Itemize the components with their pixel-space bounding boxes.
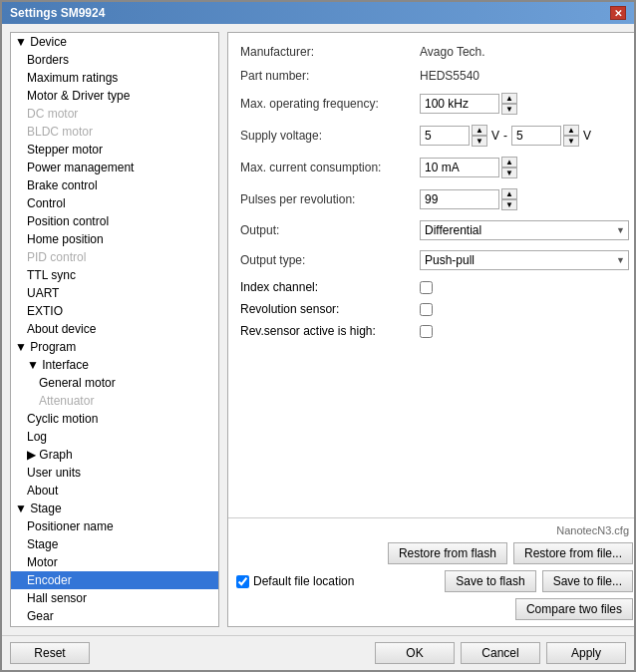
tree-item-attenuator[interactable]: Attenuator [11,392,218,410]
max-freq-down[interactable]: ▼ [501,104,517,115]
tree-item-dc-motor[interactable]: DC motor [11,105,218,123]
compare-two-files-button[interactable]: Compare two files [515,598,633,620]
tree-item-log[interactable]: Log [11,428,218,446]
tree-item-label: ▼ Device [15,35,67,49]
voltage-input2[interactable] [511,126,561,146]
tree-item-general-motor[interactable]: General motor [11,374,218,392]
tree-item-motor[interactable]: Motor [11,553,218,571]
tree-item-label: Position control [27,214,109,228]
supply-voltage-label: Supply voltage: [240,129,420,143]
tree-item-about[interactable]: About [11,482,218,500]
output-type-select[interactable]: Push-pull Open-collector [420,250,629,270]
save-to-file-button[interactable]: Save to file... [542,570,633,592]
save-to-flash-button[interactable]: Save to flash [445,570,535,592]
pulses-down[interactable]: ▼ [501,199,517,210]
tree-item-label: Hall sensor [27,591,87,605]
tree-item-label: About [27,484,58,498]
tree-item-label: Control [27,196,66,210]
tree-item-stage-item[interactable]: Stage [11,535,218,553]
footer: Reset OK Cancel Apply [2,635,634,670]
max-current-spin: ▲ ▼ [420,157,517,178]
default-file-row: Default file location [236,574,354,588]
pulses-input[interactable] [420,189,499,209]
tree-item-position-control[interactable]: Position control [11,212,218,230]
max-freq-spin: ▲ ▼ [420,93,517,115]
pulses-up[interactable]: ▲ [501,188,517,199]
tree-item-positioner-name[interactable]: Positioner name [11,517,218,535]
tree-item-motor-driver-type[interactable]: Motor & Driver type [11,87,218,105]
tree-item-gear[interactable]: Gear [11,607,218,625]
index-channel-row: Index channel: [240,280,629,294]
max-freq-spin-buttons: ▲ ▼ [501,93,517,115]
voltage-down1[interactable]: ▼ [472,136,487,147]
tree-item-label: ▼ Stage [15,502,62,515]
revolution-sensor-checkbox[interactable] [420,303,433,316]
tree-item-stage[interactable]: ▼ Stage [11,500,218,517]
tree-item-program[interactable]: ▼ Program [11,338,218,356]
voltage-input1[interactable] [420,126,470,146]
tree-item-accessories[interactable]: Accessories [11,625,218,627]
max-freq-row: Max. operating frequency: ▲ ▼ [240,93,629,115]
revolution-sensor-row: Revolution sensor: [240,302,629,316]
rev-sensor-active-checkbox[interactable] [420,325,433,338]
voltage-unit2: V [583,129,591,143]
tree-item-label: Log [27,430,47,444]
tree-item-label: Stage [27,537,58,551]
max-freq-label: Max. operating frequency: [240,97,420,111]
tree-item-label: UART [27,286,59,300]
voltage-up1[interactable]: ▲ [472,125,487,136]
part-number-value: HEDS5540 [420,69,629,83]
default-file-label: Default file location [253,574,354,588]
output-row: Output: Differential Single-ended [240,220,629,240]
tree-item-about-device[interactable]: About device [11,320,218,338]
close-button[interactable]: ✕ [610,6,626,20]
max-current-input[interactable] [420,158,499,177]
max-freq-input[interactable] [420,94,499,114]
voltage-up2[interactable]: ▲ [563,125,579,136]
filename-label: NanotecN3.cfg [236,524,633,536]
tree-item-home-position[interactable]: Home position [11,230,218,248]
tree-item-power-management[interactable]: Power management [11,159,218,176]
pulses-label: Pulses per revolution: [240,192,420,206]
tree-item-user-units[interactable]: User units [11,464,218,482]
max-current-label: Max. current consumption: [240,161,420,174]
tree-item-encoder[interactable]: Encoder [11,571,218,589]
tree-item-brake-control[interactable]: Brake control [11,176,218,194]
tree-item-maximum-ratings[interactable]: Maximum ratings [11,69,218,87]
voltage-down2[interactable]: ▼ [563,136,579,147]
tree-item-bldc-motor[interactable]: BLDC motor [11,123,218,141]
tree-item-control[interactable]: Control [11,194,218,212]
tree-item-hall-sensor[interactable]: Hall sensor [11,589,218,607]
index-channel-checkbox[interactable] [420,281,433,294]
ok-button[interactable]: OK [375,642,455,664]
cancel-button[interactable]: Cancel [461,642,540,664]
max-current-up[interactable]: ▲ [501,157,517,168]
voltage-spin2: ▲ ▼ [511,125,579,147]
tree-item-label: Home position [27,232,104,246]
restore-from-file-button[interactable]: Restore from file... [513,542,633,564]
tree-item-pid-control[interactable]: PID control [11,248,218,266]
tree-item-stepper-motor[interactable]: Stepper motor [11,141,218,159]
reset-button[interactable]: Reset [10,642,90,664]
apply-button[interactable]: Apply [546,642,626,664]
output-select[interactable]: Differential Single-ended [420,220,629,240]
max-current-row: Max. current consumption: ▲ ▼ [240,157,629,178]
default-file-checkbox[interactable] [236,575,249,588]
tree-item-label: Gear [27,609,54,623]
tree-item-device[interactable]: ▼ Device [11,33,218,51]
tree-item-graph[interactable]: ▶ Graph [11,446,218,464]
tree-item-borders[interactable]: Borders [11,51,218,69]
revolution-sensor-label: Revolution sensor: [240,302,420,316]
restore-from-flash-button[interactable]: Restore from flash [388,542,507,564]
tree-item-ttl-sync[interactable]: TTL sync [11,266,218,284]
output-label: Output: [240,223,420,237]
tree-item-interface[interactable]: ▼ Interface [11,356,218,374]
tree-item-extio[interactable]: EXTIO [11,302,218,320]
tree-item-label: PID control [27,250,86,264]
settings-window: Settings SM9924 ✕ ▼ DeviceBordersMaximum… [0,0,636,672]
tree-item-uart[interactable]: UART [11,284,218,302]
max-current-down[interactable]: ▼ [501,168,517,178]
tree-item-label: Stepper motor [27,143,103,157]
tree-item-cyclic-motion[interactable]: Cyclic motion [11,410,218,428]
max-freq-up[interactable]: ▲ [501,93,517,104]
